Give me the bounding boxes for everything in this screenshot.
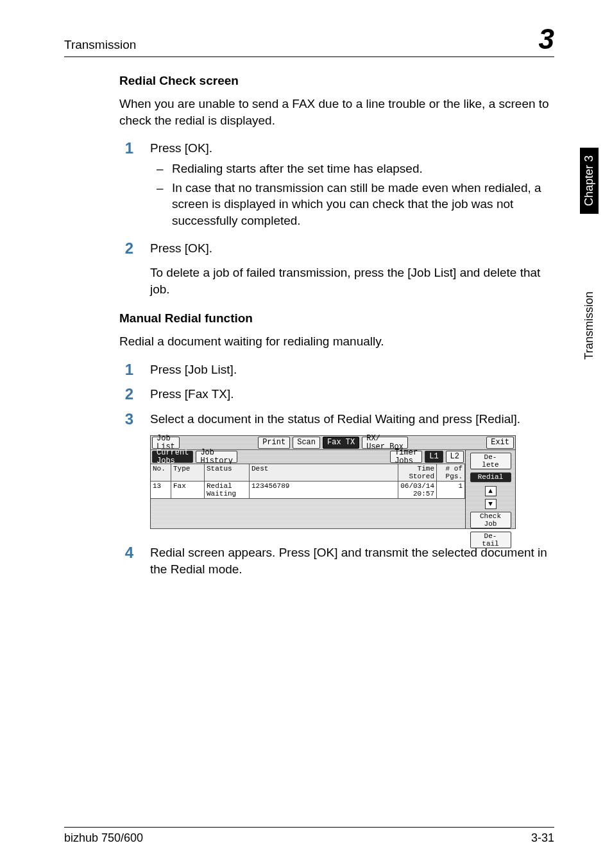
step2b-text: To delete a job of failed transmission, … (150, 265, 554, 297)
tab-user-box[interactable]: RX/ User Box (362, 437, 408, 449)
tab-timer-jobs[interactable]: Timer Jobs (390, 451, 422, 463)
tab-job-list[interactable]: Job List (152, 437, 180, 449)
heading-manual-redial: Manual Redial function (119, 311, 554, 326)
col-header-time: Time Stored (398, 464, 437, 481)
footer-page-number: 3-31 (531, 831, 554, 845)
step-number-2b: 2 (119, 386, 133, 403)
footer-model: bizhub 750/600 (64, 831, 143, 845)
check-job-button[interactable]: Check Job (470, 512, 511, 528)
device-screen: Job List Print Scan Fax TX RX/ User Box … (150, 435, 516, 529)
tab-print[interactable]: Print (258, 437, 290, 449)
step2a-text: Press [OK]. (150, 240, 554, 257)
step-number-2: 2 (119, 240, 133, 297)
tab-current-jobs[interactable]: Current Jobs (152, 451, 193, 463)
up-arrow-icon[interactable]: ▲ (485, 486, 497, 496)
step-number-4: 4 (119, 544, 133, 577)
down-arrow-icon[interactable]: ▼ (485, 499, 497, 509)
col-header-pgs: # of Pgs. (437, 464, 465, 481)
step-number-3: 3 (119, 411, 133, 428)
side-tab-chapter: Chapter 3 (580, 148, 599, 214)
col-header-type: Type (171, 464, 205, 481)
step-number-1b: 1 (119, 361, 133, 378)
bullet-item: In case that no transmission can still b… (157, 180, 554, 229)
delete-button[interactable]: De- lete (470, 453, 511, 469)
blank-rows-area (151, 499, 465, 528)
exit-button[interactable]: Exit (486, 437, 514, 449)
tab-l2[interactable]: L2 (446, 451, 464, 463)
tab-scan[interactable]: Scan (293, 437, 320, 449)
bullet-item: Redialing starts after the set time has … (157, 161, 554, 177)
intro-redial-check: When you are unable to send a FAX due to… (119, 96, 554, 128)
tab-fax-tx[interactable]: Fax TX (323, 437, 359, 449)
cell-time: 06/03/14 20:57 (398, 482, 437, 498)
manual-step3: Select a document in the status of Redia… (150, 411, 554, 428)
redial-button[interactable]: Redial (470, 473, 511, 482)
col-header-dest: Dest (250, 464, 398, 481)
cell-type: Fax (171, 482, 205, 498)
tab-job-history[interactable]: Job History (196, 451, 237, 463)
side-tab-section: Transmission (580, 284, 599, 367)
col-header-status: Status (205, 464, 250, 481)
table-row[interactable]: 13 Fax Redial Waiting 123456789 06/03/14… (151, 482, 465, 499)
heading-redial-check: Redial Check screen (119, 74, 554, 88)
cell-pgs: 1 (437, 482, 465, 498)
cell-no: 13 (151, 482, 171, 498)
step-number-1: 1 (119, 140, 133, 232)
header-chapter-number: 3 (539, 23, 554, 55)
cell-dest: 123456789 (250, 482, 398, 498)
cell-status: Redial Waiting (205, 482, 250, 498)
tab-l1[interactable]: L1 (425, 451, 443, 463)
manual-step1: Press [Job List]. (150, 361, 554, 378)
col-header-no: No. (151, 464, 171, 481)
header-section-title: Transmission (64, 38, 136, 52)
intro-manual-redial: Redial a document waiting for redialing … (119, 333, 554, 350)
step1-text: Press [OK]. (150, 140, 554, 157)
manual-step4: Redial screen appears. Press [OK] and tr… (150, 544, 554, 577)
manual-step2: Press [Fax TX]. (150, 386, 554, 403)
